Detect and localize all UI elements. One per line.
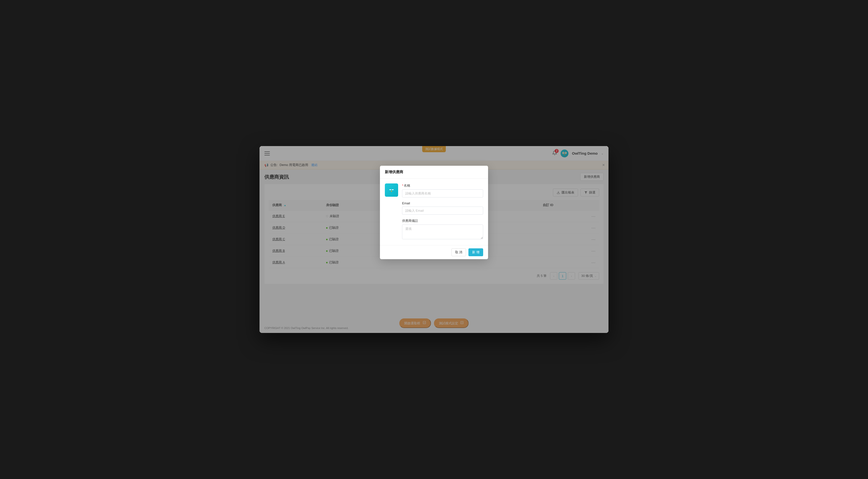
supplier-note-textarea[interactable] [402,224,483,239]
email-field-label: Email [402,201,483,205]
modal-title: 新增供應商 [380,166,488,179]
supplier-name-input[interactable] [402,189,483,198]
name-field-label: *名稱 [402,183,483,188]
cancel-button[interactable]: 取 消 [452,248,466,256]
note-field-label: 供應商備註 [402,218,483,223]
supplier-email-input[interactable] [402,207,483,215]
submit-button[interactable]: 新 增 [468,248,483,256]
modal-overlay[interactable]: 新增供應商 *名稱 Email 供應商備註 [259,146,609,333]
supplier-avatar[interactable] [385,183,398,197]
add-supplier-modal: 新增供應商 *名稱 Email 供應商備註 [380,166,488,259]
